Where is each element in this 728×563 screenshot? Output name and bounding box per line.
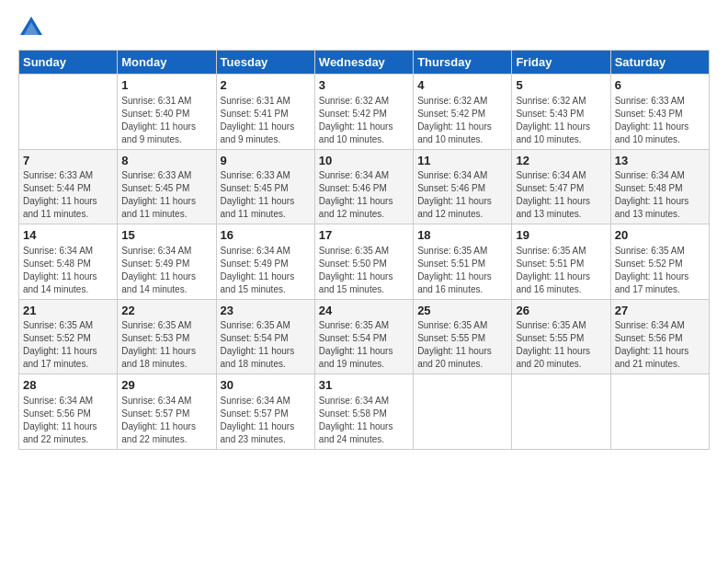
calendar-week-row: 21Sunrise: 6:35 AM Sunset: 5:52 PM Dayli… [19,299,710,374]
calendar-cell: 26Sunrise: 6:35 AM Sunset: 5:55 PM Dayli… [512,299,610,374]
calendar-cell: 14Sunrise: 6:34 AM Sunset: 5:48 PM Dayli… [19,224,118,300]
calendar-cell: 6Sunrise: 6:33 AM Sunset: 5:43 PM Daylig… [610,75,709,150]
calendar-cell: 24Sunrise: 6:35 AM Sunset: 5:54 PM Dayli… [314,299,413,374]
day-number: 23 [221,303,311,319]
header-day: Sunday [19,51,118,75]
day-number: 1 [121,77,211,94]
day-info: Sunrise: 6:34 AM Sunset: 5:49 PM Dayligh… [121,245,211,296]
calendar-cell: 30Sunrise: 6:34 AM Sunset: 5:57 PM Dayli… [216,374,314,450]
header [18,15,710,40]
calendar-week-row: 1Sunrise: 6:31 AM Sunset: 5:40 PM Daylig… [19,75,710,150]
calendar-cell: 3Sunrise: 6:32 AM Sunset: 5:42 PM Daylig… [314,75,413,150]
day-info: Sunrise: 6:31 AM Sunset: 5:41 PM Dayligh… [221,95,311,146]
calendar-cell: 31Sunrise: 6:34 AM Sunset: 5:58 PM Dayli… [314,374,413,450]
day-number: 7 [23,153,113,169]
calendar-cell: 20Sunrise: 6:35 AM Sunset: 5:52 PM Dayli… [610,224,709,300]
day-info: Sunrise: 6:35 AM Sunset: 5:51 PM Dayligh… [417,245,507,296]
day-number: 20 [615,227,705,244]
day-info: Sunrise: 6:34 AM Sunset: 5:57 PM Dayligh… [121,395,211,446]
day-number: 30 [221,377,311,394]
day-info: Sunrise: 6:34 AM Sunset: 5:46 PM Dayligh… [319,169,409,221]
logo [18,15,48,40]
day-number: 25 [417,303,507,319]
calendar-cell: 2Sunrise: 6:31 AM Sunset: 5:41 PM Daylig… [216,75,314,150]
calendar-week-row: 7Sunrise: 6:33 AM Sunset: 5:44 PM Daylig… [19,149,710,224]
calendar-cell: 25Sunrise: 6:35 AM Sunset: 5:55 PM Dayli… [414,299,512,374]
day-info: Sunrise: 6:35 AM Sunset: 5:54 PM Dayligh… [319,319,409,371]
day-number: 10 [319,153,409,169]
day-number: 16 [221,227,311,244]
day-info: Sunrise: 6:33 AM Sunset: 5:45 PM Dayligh… [121,169,211,221]
day-info: Sunrise: 6:33 AM Sunset: 5:43 PM Dayligh… [615,95,705,146]
day-info: Sunrise: 6:32 AM Sunset: 5:42 PM Dayligh… [417,95,507,146]
calendar-week-row: 28Sunrise: 6:34 AM Sunset: 5:56 PM Dayli… [19,374,710,450]
day-number: 21 [23,303,113,319]
day-number: 17 [319,227,409,244]
day-number: 19 [516,227,606,244]
calendar-cell [512,374,610,450]
day-info: Sunrise: 6:33 AM Sunset: 5:44 PM Dayligh… [23,169,113,221]
day-number: 28 [23,377,113,394]
day-info: Sunrise: 6:32 AM Sunset: 5:42 PM Dayligh… [319,95,409,146]
day-info: Sunrise: 6:34 AM Sunset: 5:49 PM Dayligh… [221,245,311,296]
day-info: Sunrise: 6:34 AM Sunset: 5:57 PM Dayligh… [221,395,311,446]
calendar-cell [414,374,512,450]
calendar-cell [610,374,709,450]
day-number: 27 [615,303,705,319]
day-info: Sunrise: 6:35 AM Sunset: 5:53 PM Dayligh… [121,319,211,371]
day-info: Sunrise: 6:34 AM Sunset: 5:46 PM Dayligh… [417,169,507,221]
header-day: Monday [118,51,216,75]
day-number: 5 [516,77,606,94]
day-info: Sunrise: 6:34 AM Sunset: 5:47 PM Dayligh… [516,169,606,221]
calendar-cell: 21Sunrise: 6:35 AM Sunset: 5:52 PM Dayli… [19,299,118,374]
logo-icon [18,15,44,40]
day-info: Sunrise: 6:34 AM Sunset: 5:48 PM Dayligh… [23,245,113,296]
day-number: 9 [221,153,311,169]
calendar-cell: 19Sunrise: 6:35 AM Sunset: 5:51 PM Dayli… [512,224,610,300]
calendar-cell: 17Sunrise: 6:35 AM Sunset: 5:50 PM Dayli… [314,224,413,300]
calendar-cell: 7Sunrise: 6:33 AM Sunset: 5:44 PM Daylig… [19,149,118,224]
day-number: 22 [121,303,211,319]
header-day: Friday [512,51,610,75]
day-info: Sunrise: 6:35 AM Sunset: 5:55 PM Dayligh… [417,319,507,371]
calendar: SundayMondayTuesdayWednesdayThursdayFrid… [18,50,710,450]
day-number: 26 [516,303,606,319]
header-day: Wednesday [314,51,413,75]
day-number: 18 [417,227,507,244]
day-info: Sunrise: 6:35 AM Sunset: 5:52 PM Dayligh… [615,245,705,296]
page: SundayMondayTuesdayWednesdayThursdayFrid… [0,0,728,563]
day-number: 31 [319,377,409,394]
day-info: Sunrise: 6:32 AM Sunset: 5:43 PM Dayligh… [516,95,606,146]
calendar-cell: 29Sunrise: 6:34 AM Sunset: 5:57 PM Dayli… [118,374,216,450]
day-number: 11 [417,153,507,169]
day-number: 29 [121,377,211,394]
day-info: Sunrise: 6:34 AM Sunset: 5:58 PM Dayligh… [319,395,409,446]
header-day: Saturday [610,51,709,75]
calendar-cell: 27Sunrise: 6:34 AM Sunset: 5:56 PM Dayli… [610,299,709,374]
day-info: Sunrise: 6:35 AM Sunset: 5:50 PM Dayligh… [319,245,409,296]
calendar-cell: 22Sunrise: 6:35 AM Sunset: 5:53 PM Dayli… [118,299,216,374]
header-day: Thursday [414,51,512,75]
calendar-cell: 12Sunrise: 6:34 AM Sunset: 5:47 PM Dayli… [512,149,610,224]
calendar-header: SundayMondayTuesdayWednesdayThursdayFrid… [19,51,710,75]
calendar-cell: 9Sunrise: 6:33 AM Sunset: 5:45 PM Daylig… [216,149,314,224]
day-number: 24 [319,303,409,319]
day-info: Sunrise: 6:34 AM Sunset: 5:48 PM Dayligh… [615,169,705,221]
calendar-cell: 4Sunrise: 6:32 AM Sunset: 5:42 PM Daylig… [414,75,512,150]
day-info: Sunrise: 6:34 AM Sunset: 5:56 PM Dayligh… [23,395,113,446]
day-number: 3 [319,77,409,94]
calendar-cell: 23Sunrise: 6:35 AM Sunset: 5:54 PM Dayli… [216,299,314,374]
calendar-cell: 8Sunrise: 6:33 AM Sunset: 5:45 PM Daylig… [118,149,216,224]
calendar-cell: 1Sunrise: 6:31 AM Sunset: 5:40 PM Daylig… [118,75,216,150]
day-number: 14 [23,227,113,244]
calendar-week-row: 14Sunrise: 6:34 AM Sunset: 5:48 PM Dayli… [19,224,710,300]
calendar-cell: 10Sunrise: 6:34 AM Sunset: 5:46 PM Dayli… [314,149,413,224]
calendar-cell: 18Sunrise: 6:35 AM Sunset: 5:51 PM Dayli… [414,224,512,300]
day-number: 13 [615,153,705,169]
header-row: SundayMondayTuesdayWednesdayThursdayFrid… [19,51,710,75]
day-info: Sunrise: 6:31 AM Sunset: 5:40 PM Dayligh… [121,95,211,146]
day-info: Sunrise: 6:35 AM Sunset: 5:51 PM Dayligh… [516,245,606,296]
calendar-cell: 11Sunrise: 6:34 AM Sunset: 5:46 PM Dayli… [414,149,512,224]
calendar-body: 1Sunrise: 6:31 AM Sunset: 5:40 PM Daylig… [19,75,710,450]
header-day: Tuesday [216,51,314,75]
